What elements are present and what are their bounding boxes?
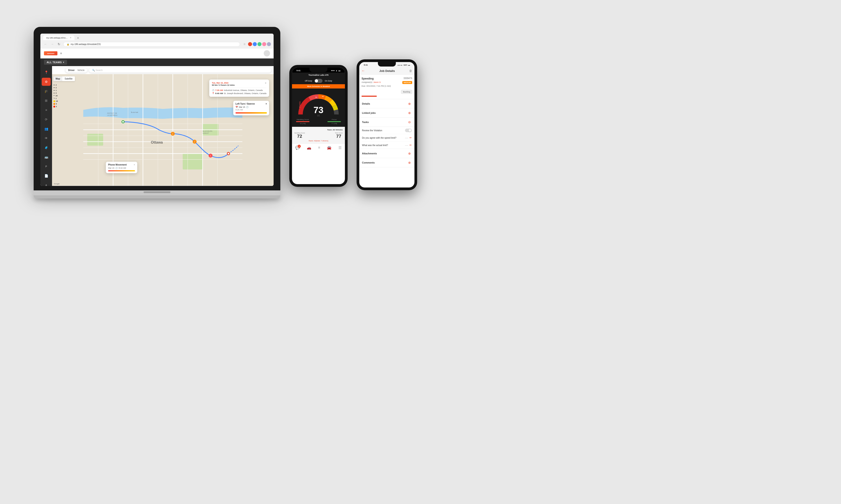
handling-score-label: Handling Score [297, 119, 309, 121]
panic-label[interactable]: Panic [299, 101, 301, 108]
menu-icon: ☰ [339, 146, 342, 150]
phone-frame-left: 9:41 ●●● ▲ ▬ Tourmaline Labs 479 Off Dut… [289, 65, 348, 187]
browser-tab[interactable]: my-186.webapp.tt/module/231 × [43, 35, 74, 40]
task-label-3: What was the actual limit? [362, 144, 388, 146]
phone-popup-title: Phone Movement [108, 163, 127, 166]
delete-button[interactable]: 🗑 [409, 69, 412, 73]
section-comments-toggle[interactable]: ⊕ [407, 160, 412, 165]
phone-notch-left [309, 68, 327, 72]
sidebar-item-list[interactable]: ≡ [42, 106, 51, 114]
task-edit-3[interactable]: ✏ [410, 144, 412, 147]
sidebar-item-settings[interactable]: ⚙ [42, 78, 51, 86]
browser-back-button[interactable]: ← [43, 42, 48, 47]
task-speed-limit: Do you agree with the speed limit? — ✏ [362, 134, 412, 142]
job-title: Speeding [361, 77, 374, 80]
sidebar-item-admin[interactable]: A [42, 181, 51, 186]
task-toggle-knob-1 [409, 129, 411, 132]
section-details-toggle[interactable]: ⊕ [407, 102, 412, 106]
browser-profile [248, 42, 271, 46]
phone-bottom-nav-left: 💬 2 🚗 ≡ 🚘 ☰ [292, 144, 345, 152]
sidebar-item-eye[interactable]: 👁 [42, 134, 51, 142]
list-icon: ≡ [318, 146, 320, 150]
popup-time2: 9:40 AM [215, 92, 223, 94]
calendar-icon: 📅 [236, 106, 238, 108]
bookmark-button[interactable]: ☆ [242, 41, 247, 47]
browser-reload-button[interactable]: ↻ [56, 42, 62, 47]
phone-popup-clock-icon: 🕗 [115, 167, 118, 169]
team-info: Team: All Vehicles Handling Score 72 Tot… [292, 127, 345, 144]
section-linked-jobs[interactable]: Linked jobs ⊕ [359, 108, 414, 118]
address-bar[interactable]: 🔒 my-186.webapp.tt/module/231 [63, 42, 240, 47]
job-header: ← Job Details 🗑 [359, 67, 414, 75]
section-details[interactable]: Details ⊕ [359, 99, 414, 108]
driver-score-list: ➤ 2 ➤ 2 ➤ 1 ➤ 0 [53, 84, 65, 184]
section-comments[interactable]: Comments ⊕ [359, 158, 414, 167]
svg-text:Île de Hull: Île de Hull [131, 111, 138, 113]
team-name: Team: All Vehicles [294, 129, 343, 131]
phone-popup-close[interactable]: × [134, 163, 135, 166]
duty-toggle-switch[interactable] [314, 79, 323, 83]
sidebar-item-users[interactable]: 👥 [42, 125, 51, 133]
focus-score-bar [327, 121, 341, 122]
browser-forward-button[interactable]: → [50, 42, 55, 47]
nav-vehicle[interactable]: 🚘 [327, 146, 331, 150]
duty-toggle-bar: Off Duty On Duty [292, 77, 345, 84]
score-item-1: ➤ 2 [53, 84, 65, 86]
tab-close-icon[interactable]: × [70, 37, 71, 39]
handling-score-item: Handling Score 72 [294, 132, 305, 139]
handling-score-value: 60 (+0) [300, 123, 306, 125]
dropdown-arrow-icon: ▾ [63, 61, 64, 64]
popup-close-icon[interactable]: × [265, 82, 267, 85]
event-close-icon[interactable]: × [265, 103, 267, 105]
sidebar-item-bus[interactable]: 🚌 [42, 153, 51, 161]
sidebar-item-location[interactable]: 📍 [42, 68, 51, 76]
nav-chat[interactable]: 💬 2 [295, 146, 300, 150]
job-assignee: Assignee(s): Jason G [361, 81, 381, 83]
score-item-5: ↶ 20 [53, 95, 65, 97]
nav-car[interactable]: 🚗 [307, 146, 311, 150]
tab-vehicle[interactable]: Vehicle [78, 69, 85, 71]
nav-list[interactable]: ≡ [318, 146, 320, 150]
svg-text:!: ! [194, 141, 195, 143]
gauge-sub: (0) [317, 114, 320, 117]
total-big: 77 [336, 134, 341, 139]
sidebar-item-refresh[interactable]: ⟳ [42, 115, 51, 123]
all-teams-button[interactable]: ALL TEAMS ▾ [44, 60, 67, 65]
phone-frame-right: 9:41 ▲▲▲ WiFi ▬ ← Job Details 🗑 Speeding… [357, 59, 417, 190]
section-attachments-toggle[interactable]: ⊕ [407, 151, 412, 156]
score-item-orange: 6 [53, 103, 65, 105]
sidebar-item-bag[interactable]: 🧳 [42, 144, 51, 152]
job-card: Speeding 3309476 Assignee(s): Jason G ME… [359, 75, 414, 99]
app-logo: samsara [44, 51, 57, 55]
handling-score-box: Handling Score 60 (+0) [296, 119, 309, 125]
tab-driver[interactable]: Driver [68, 69, 75, 71]
back-button[interactable]: ← [361, 69, 365, 73]
section-linked-toggle[interactable]: ⊕ [407, 111, 412, 115]
wifi-icon-right: WiFi [404, 64, 407, 66]
backlog-button[interactable]: Backlog [401, 90, 412, 94]
sidebar-item-education[interactable]: 🎓 [42, 87, 51, 95]
off-duty-label: Off Duty [305, 80, 312, 82]
section-attachments[interactable]: Attachments ⊕ [359, 149, 414, 158]
section-tasks-header[interactable]: Tasks ⊖ [359, 118, 414, 127]
nav-menu[interactable]: ☰ [339, 146, 342, 150]
event-popup: Left Turn / Swerve × 📅 Mar 15 🕙 9:25 AM [233, 101, 269, 115]
hamburger-button[interactable]: ≡ [60, 52, 62, 55]
job-status-bar [361, 96, 377, 97]
tab-title: my-186.webapp.tt/module/231 [46, 37, 69, 39]
section-tasks-toggle[interactable]: ⊖ [407, 120, 412, 124]
map-type-map-button[interactable]: Map [53, 76, 62, 81]
sidebar-item-grid[interactable]: ⊞ [42, 96, 51, 105]
map-search-box[interactable]: 🔍 Search [89, 68, 271, 73]
map-type-satellite-button[interactable]: Satellite [62, 76, 75, 81]
sidebar: 📍 ⚙ 🎓 ⊞ ≡ ⟳ 👥 👁 🧳 🚌 P 📄 A [40, 66, 52, 186]
sidebar-item-document[interactable]: 📄 [42, 172, 51, 180]
new-tab-button[interactable]: + [75, 36, 81, 40]
section-comments-label: Comments [362, 161, 375, 164]
battery-icon-right: ▬ [408, 64, 410, 66]
sidebar-item-parking[interactable]: P [42, 162, 51, 170]
task-edit-2[interactable]: ✏ [410, 136, 412, 139]
total-label: Total Score [335, 132, 343, 134]
score-item-3: ➤ 1 [53, 89, 65, 91]
task-toggle-1[interactable] [405, 129, 412, 132]
